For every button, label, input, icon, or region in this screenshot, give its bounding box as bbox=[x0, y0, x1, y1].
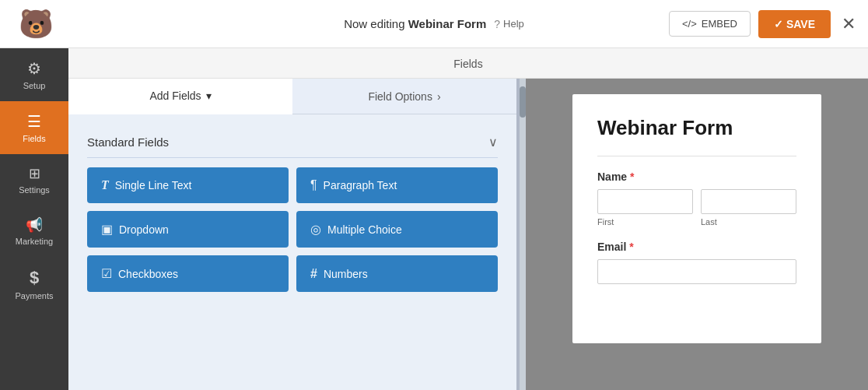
name-label: Name * bbox=[597, 170, 796, 183]
tab-field-options[interactable]: Field Options › bbox=[292, 79, 516, 114]
paragraph-icon: ¶ bbox=[310, 178, 317, 192]
editing-text: Now editing Webinar Form bbox=[344, 17, 486, 30]
first-name-wrap: First bbox=[597, 189, 693, 227]
top-bar-actions: </> EMBED ✓ SAVE ✕ bbox=[669, 10, 856, 38]
logo: 🐻 bbox=[12, 8, 59, 40]
megaphone-icon: 📢 bbox=[26, 216, 43, 234]
text-icon: T bbox=[101, 178, 109, 192]
help-button[interactable]: ? Help bbox=[494, 18, 524, 30]
multiple-choice-icon: ◎ bbox=[310, 222, 321, 237]
sidebar: ⚙ Setup ☰ Fields ⊞ Settings 📢 Marketing … bbox=[0, 48, 68, 390]
form-preview: Webinar Form Name * First bbox=[572, 94, 821, 343]
email-field-group: Email * bbox=[597, 241, 796, 284]
sidebar-item-label: Setup bbox=[23, 81, 46, 90]
single-line-text-button[interactable]: T Single Line Text bbox=[87, 167, 289, 203]
paragraph-text-button[interactable]: ¶ Paragraph Text bbox=[296, 167, 498, 203]
email-label: Email * bbox=[597, 241, 796, 253]
form-divider bbox=[597, 156, 796, 156]
numbers-icon: # bbox=[310, 267, 317, 281]
sidebar-item-setup[interactable]: ⚙ Setup bbox=[0, 48, 68, 101]
close-button[interactable]: ✕ bbox=[842, 14, 856, 34]
form-name: Webinar Form bbox=[408, 17, 487, 30]
help-icon: ? bbox=[494, 18, 500, 30]
fields-icon: ☰ bbox=[27, 112, 41, 131]
main-layout: ⚙ Setup ☰ Fields ⊞ Settings 📢 Marketing … bbox=[0, 48, 868, 390]
field-buttons-grid: T Single Line Text ¶ Paragraph Text ▣ Dr… bbox=[87, 167, 498, 292]
name-inputs: First Last bbox=[597, 189, 796, 227]
two-col-layout: Add Fields ▾ Field Options › Standard Fi… bbox=[68, 79, 868, 390]
last-name-label: Last bbox=[701, 217, 796, 227]
top-bar: 🐻 Now editing Webinar Form ? Help </> EM… bbox=[0, 0, 868, 48]
sidebar-item-label: Settings bbox=[19, 185, 50, 195]
sidebar-item-settings[interactable]: ⊞ Settings bbox=[0, 154, 68, 206]
sidebar-item-label: Fields bbox=[23, 134, 45, 143]
standard-fields-header[interactable]: Standard Fields ∨ bbox=[87, 127, 498, 158]
save-button[interactable]: ✓ SAVE bbox=[758, 10, 831, 38]
chevron-right-icon: › bbox=[437, 90, 441, 103]
multiple-choice-button[interactable]: ◎ Multiple Choice bbox=[296, 211, 498, 248]
standard-fields-label: Standard Fields bbox=[87, 135, 169, 149]
scroll-thumb[interactable] bbox=[520, 86, 526, 118]
chevron-down-icon: ▾ bbox=[206, 90, 212, 102]
content-area: Fields Add Fields ▾ Field Options › bbox=[68, 48, 868, 390]
fields-section: Standard Fields ∨ T Single Line Text ¶ P… bbox=[68, 114, 516, 390]
logo-bear-icon: 🐻 bbox=[19, 8, 54, 40]
gear-icon: ⚙ bbox=[27, 59, 41, 78]
sidebar-item-label: Payments bbox=[16, 291, 54, 300]
dropdown-icon: ▣ bbox=[101, 222, 113, 237]
dollar-icon: $ bbox=[30, 268, 39, 288]
form-title: Webinar Form bbox=[597, 116, 796, 140]
required-indicator: * bbox=[630, 170, 634, 183]
required-indicator: * bbox=[629, 241, 633, 253]
last-name-input[interactable] bbox=[701, 189, 796, 214]
sidebar-item-fields[interactable]: ☰ Fields bbox=[0, 101, 68, 154]
scrollbar[interactable] bbox=[520, 79, 526, 390]
tabs: Add Fields ▾ Field Options › bbox=[68, 79, 516, 114]
email-input[interactable] bbox=[597, 259, 796, 284]
first-name-input[interactable] bbox=[597, 189, 693, 214]
fields-header: Fields bbox=[68, 48, 868, 79]
left-panel: Add Fields ▾ Field Options › Standard Fi… bbox=[68, 79, 520, 390]
dropdown-button[interactable]: ▣ Dropdown bbox=[87, 211, 289, 248]
embed-code-icon: </> bbox=[682, 18, 697, 30]
settings-icon: ⊞ bbox=[29, 165, 40, 182]
embed-button[interactable]: </> EMBED bbox=[669, 11, 751, 37]
checkbox-icon: ☑ bbox=[101, 266, 112, 281]
top-bar-center: Now editing Webinar Form ? Help bbox=[344, 17, 524, 30]
sidebar-item-marketing[interactable]: 📢 Marketing bbox=[0, 206, 68, 257]
last-name-wrap: Last bbox=[701, 189, 796, 227]
chevron-down-icon: ∨ bbox=[488, 135, 498, 149]
form-preview-area: Webinar Form Name * First bbox=[526, 79, 868, 390]
numbers-button[interactable]: # Numbers bbox=[296, 255, 498, 292]
name-field-group: Name * First Last bbox=[597, 170, 796, 227]
sidebar-item-payments[interactable]: $ Payments bbox=[0, 257, 68, 311]
checkboxes-button[interactable]: ☑ Checkboxes bbox=[87, 255, 289, 292]
tab-add-fields[interactable]: Add Fields ▾ bbox=[68, 79, 292, 114]
sidebar-item-label: Marketing bbox=[16, 237, 53, 246]
first-name-label: First bbox=[597, 217, 693, 227]
